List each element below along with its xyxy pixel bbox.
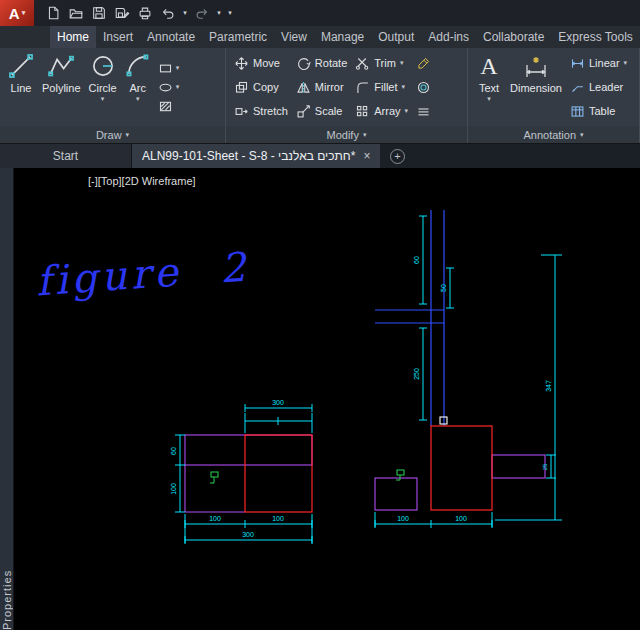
hatch-tool-button[interactable]: [158, 99, 180, 114]
new-file-button[interactable]: [42, 2, 64, 24]
chevron-down-icon[interactable]: ▾: [487, 95, 491, 103]
offset-button[interactable]: [416, 77, 431, 98]
autocad-logo: A: [9, 5, 20, 22]
close-tab-icon[interactable]: ×: [363, 149, 370, 163]
red-section-outlines: [245, 426, 492, 512]
title-bar: A ▾: [0, 0, 640, 26]
new-drawing-tab-button[interactable]: +: [380, 144, 414, 168]
save-as-button[interactable]: [111, 2, 133, 24]
file-tab-document[interactable]: ALN99-101-Sheet - S-8 - חתכים באלנבי* ×: [132, 144, 380, 168]
rotate-button[interactable]: Rotate: [296, 53, 347, 74]
annotation-panel-label[interactable]: Annotation ▾: [468, 126, 639, 143]
draw-panel-label[interactable]: Draw ▾: [0, 126, 225, 143]
ribbon-tab-annotate[interactable]: Annotate: [140, 26, 202, 48]
properties-label: Properties: [1, 336, 13, 630]
chevron-down-icon[interactable]: ▾: [176, 64, 180, 72]
rectangle-tool-button[interactable]: ▾: [158, 61, 180, 76]
line-button[interactable]: Line: [4, 50, 38, 124]
save-button[interactable]: [88, 2, 110, 24]
dim-label: 60: [413, 256, 420, 264]
rotate-icon: [296, 56, 311, 71]
ribbon-tab-bar: Home Insert Annotate Parametric View Man…: [0, 26, 640, 48]
model-space-viewport[interactable]: [-][Top][2D Wireframe] figure 2: [14, 168, 640, 630]
explode-button[interactable]: [416, 101, 431, 122]
ribbon-tab-insert[interactable]: Insert: [96, 26, 140, 48]
modify-extra-column: [412, 53, 435, 122]
drawing-canvas[interactable]: [-][Top][2D Wireframe] figure 2: [14, 168, 640, 630]
ribbon-tab-addins[interactable]: Add-ins: [421, 26, 476, 48]
viewport-controls[interactable]: [-][Top][2D Wireframe]: [88, 175, 196, 187]
redo-button[interactable]: [191, 2, 213, 24]
quick-access-toolbar: ▾ ▾ ▾: [36, 2, 235, 24]
draw-mini-column: ▾ ▾: [155, 61, 183, 114]
ribbon-tab-home[interactable]: Home: [50, 26, 96, 48]
erase-button[interactable]: [416, 53, 431, 74]
circle-icon: [90, 53, 116, 79]
plot-button[interactable]: [134, 2, 156, 24]
table-icon: [570, 104, 585, 119]
ribbon-tab-express[interactable]: Express Tools: [551, 26, 639, 48]
leader-button[interactable]: Leader: [570, 77, 627, 98]
chevron-down-icon[interactable]: ▾: [176, 83, 180, 91]
modify-column-1: Move Copy Stretch: [230, 53, 292, 122]
modify-column-3: Trim ▾ Fillet ▾: [351, 53, 412, 122]
document-tab-title: ALN99-101-Sheet - S-8 - חתכים באלנבי*: [142, 149, 355, 163]
chevron-down-icon[interactable]: ▾: [136, 95, 140, 103]
application-menu-button[interactable]: A ▾: [0, 0, 34, 26]
ribbon-tab-manage[interactable]: Manage: [314, 26, 371, 48]
undo-icon: [160, 5, 176, 21]
qat-customize-icon[interactable]: ▾: [225, 9, 235, 17]
chevron-down-icon: ▾: [363, 131, 367, 139]
linear-dimension-button[interactable]: Linear ▾: [570, 53, 627, 74]
line-label: Line: [11, 82, 32, 94]
chevron-down-icon: ▾: [22, 9, 26, 17]
blue-structure-lines: [375, 210, 444, 426]
undo-button[interactable]: [157, 2, 179, 24]
open-folder-icon: [68, 5, 84, 21]
chevron-down-icon[interactable]: ▾: [101, 95, 105, 103]
modify-panel: Move Copy Stretch: [226, 48, 468, 143]
ribbon-tab-collaborate[interactable]: Collaborate: [476, 26, 551, 48]
ribbon-tab-view[interactable]: View: [274, 26, 314, 48]
scale-button[interactable]: Scale: [296, 101, 347, 122]
dim-label: 100: [455, 515, 467, 522]
ribbon-tab-parametric[interactable]: Parametric: [202, 26, 274, 48]
circle-button[interactable]: Circle ▾: [85, 50, 121, 124]
array-button[interactable]: Array ▾: [355, 101, 408, 122]
chevron-down-icon[interactable]: ▾: [624, 59, 628, 67]
ellipse-tool-button[interactable]: ▾: [158, 80, 180, 95]
trim-button[interactable]: Trim ▾: [355, 53, 408, 74]
dim-label: 300: [242, 531, 254, 538]
table-button[interactable]: Table: [570, 101, 627, 122]
arc-button[interactable]: Arc ▾: [121, 50, 155, 124]
chevron-down-icon[interactable]: ▾: [405, 107, 409, 115]
move-button[interactable]: Move: [234, 53, 288, 74]
cyan-dimension-text: 300 100 100 300 100 100 347 60 100 60 25…: [170, 256, 552, 538]
dimension-button[interactable]: Dimension: [506, 50, 566, 124]
open-file-button[interactable]: [65, 2, 87, 24]
redo-dropdown[interactable]: ▾: [214, 9, 224, 17]
properties-palette-tab[interactable]: Properties: [0, 168, 14, 630]
stretch-button[interactable]: Stretch: [234, 101, 288, 122]
annotation-panel: A Text ▾ Dimension: [468, 48, 640, 143]
chevron-down-icon[interactable]: ▾: [400, 59, 404, 67]
polyline-label: Polyline: [42, 82, 81, 94]
fillet-button[interactable]: Fillet ▾: [355, 77, 408, 98]
dim-label: 100: [397, 515, 409, 522]
dimension-icon: [523, 53, 549, 79]
save-icon: [91, 5, 107, 21]
chevron-down-icon[interactable]: ▾: [402, 83, 406, 91]
offset-icon: [416, 80, 431, 95]
new-file-icon: [45, 5, 61, 21]
mirror-button[interactable]: Mirror: [296, 77, 347, 98]
leader-icon: [570, 80, 585, 95]
undo-dropdown[interactable]: ▾: [180, 9, 190, 17]
ribbon-tab-output[interactable]: Output: [371, 26, 421, 48]
polyline-button[interactable]: Polyline: [38, 50, 85, 124]
modify-panel-label[interactable]: Modify ▾: [226, 126, 467, 143]
chevron-down-icon: ▾: [126, 131, 130, 139]
copy-button[interactable]: Copy: [234, 77, 288, 98]
text-button[interactable]: A Text ▾: [472, 50, 506, 124]
file-tab-start[interactable]: Start: [0, 144, 132, 168]
file-tab-bar: Start ALN99-101-Sheet - S-8 - חתכים באלנ…: [0, 144, 640, 168]
